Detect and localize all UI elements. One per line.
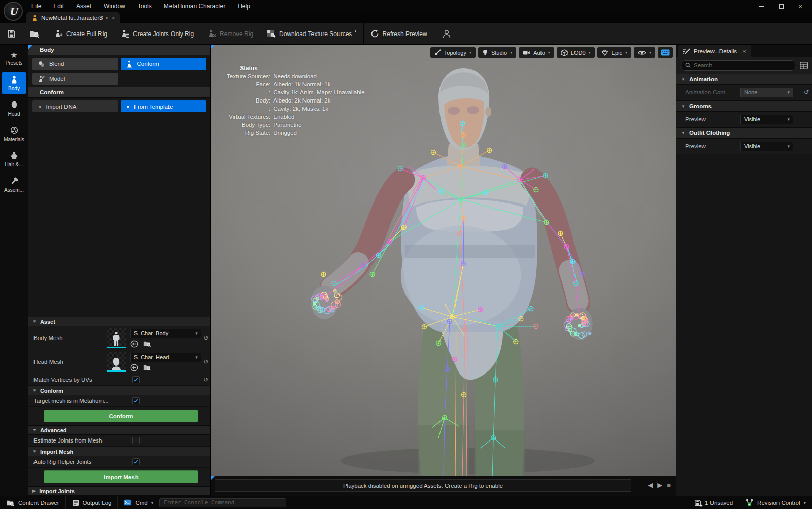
maximize-button[interactable]	[772, 1, 790, 11]
camera-auto-dropdown[interactable]: Auto ▾	[519, 47, 554, 58]
estimate-joints-checkbox[interactable]	[132, 437, 140, 444]
search-input[interactable]	[694, 62, 792, 69]
use-selected-asset-icon[interactable]	[130, 364, 138, 371]
reset-icon[interactable]: ↺	[801, 89, 812, 96]
menu-window[interactable]: Window	[98, 1, 130, 12]
conform-mode-button[interactable]: Conform	[121, 58, 207, 70]
preview-details-tab[interactable]: Preview...Details ×	[678, 45, 751, 57]
reset-icon[interactable]: ↺	[201, 334, 210, 342]
model-mode-button[interactable]: Model	[32, 73, 118, 85]
console-command-input[interactable]	[159, 498, 286, 507]
blend-mode-button[interactable]: Blend	[32, 58, 118, 70]
head-mesh-thumbnail[interactable]	[107, 352, 126, 372]
sidebar-item-materials[interactable]: Materials	[2, 122, 26, 145]
unreal-engine-logo-icon[interactable]: U	[4, 2, 23, 21]
head-mesh-controls: S_Char_Head ▾	[130, 353, 201, 371]
viewport-corner-marker	[211, 45, 215, 49]
advanced-section-header[interactable]: ▼ Advanced	[28, 425, 210, 435]
grooms-preview-select[interactable]: Visible ▾	[740, 115, 793, 124]
reset-icon[interactable]: ↺	[201, 358, 210, 365]
check-icon: ✓	[133, 398, 138, 404]
reset-icon[interactable]: ↺	[201, 376, 210, 383]
materials-icon	[10, 126, 19, 135]
body-mesh-select[interactable]: S_Char_Body ▾	[130, 329, 201, 338]
animation-controller-select[interactable]: None ▾	[740, 88, 793, 97]
tab-close-icon[interactable]: ×	[112, 15, 115, 21]
create-joints-only-rig-button[interactable]: Create Joints Only Rig	[114, 23, 200, 45]
outfit-preview-select[interactable]: Visible ▾	[740, 142, 793, 151]
auto-rig-helper-joints-checkbox[interactable]: ✓	[132, 458, 140, 465]
asset-section-header[interactable]: ▼ Asset	[28, 317, 210, 326]
browse-to-asset-icon[interactable]	[143, 364, 151, 371]
cmd-selector[interactable]: Cmd ▾	[118, 496, 159, 509]
browse-to-asset-button[interactable]	[23, 23, 47, 45]
grooms-section-header[interactable]: ▼ Grooms	[676, 100, 812, 112]
output-log-button[interactable]: Output Log	[66, 496, 118, 509]
hammer-icon	[10, 177, 19, 186]
head-mesh-select[interactable]: S_Char_Head ▾	[130, 353, 201, 362]
import-mesh-section-header[interactable]: ▼ Import Mesh	[28, 447, 210, 456]
sidebar-item-assemble[interactable]: Assem...	[2, 173, 26, 196]
refresh-preview-button[interactable]: Refresh Preview	[364, 23, 434, 45]
use-selected-asset-icon[interactable]	[130, 340, 138, 348]
auto-rig-helper-joints-label: Auto Rig Helper Joints	[28, 459, 132, 465]
menu-asset[interactable]: Asset	[71, 1, 96, 12]
play-icon[interactable]: ▶	[657, 481, 662, 489]
match-vertices-checkbox[interactable]: ✓	[132, 376, 140, 383]
import-dna-option[interactable]: ● Import DNA	[32, 100, 118, 112]
content-drawer-button[interactable]: Content Drawer	[0, 496, 65, 509]
grooms-preview-row: Preview Visible ▾	[676, 112, 812, 127]
menu-file[interactable]: File	[26, 1, 46, 12]
menu-tools[interactable]: Tools	[132, 1, 157, 12]
body-mesh-thumbnail[interactable]	[107, 328, 126, 348]
unsaved-changes-button[interactable]: ★ 1 Unsaved	[688, 496, 739, 509]
tab-close-icon[interactable]: ×	[742, 48, 746, 54]
menu-metahuman-character[interactable]: MetaHuman Character	[159, 1, 230, 12]
keyboard-shortcuts-button[interactable]	[658, 47, 673, 58]
import-mesh-button[interactable]: Import Mesh	[44, 470, 198, 483]
browse-to-asset-icon[interactable]	[143, 340, 151, 347]
animation-section-header[interactable]: ▼ Animation	[676, 74, 812, 85]
menu-edit[interactable]: Edit	[48, 1, 69, 12]
import-joints-section-header[interactable]: ▶ Import Joints	[28, 486, 210, 496]
sidebar-item-body[interactable]: Body	[2, 72, 26, 94]
details-pencil-icon	[683, 48, 690, 54]
details-view-options-icon[interactable]	[800, 62, 808, 69]
conform-button-row: Conform	[28, 407, 210, 425]
chevron-down-icon: ▾	[191, 355, 198, 360]
body-mode-switcher: Blend Conform Model	[28, 55, 210, 86]
document-tab[interactable]: NewMetaHu...haracter3 • ×	[26, 12, 120, 23]
show-flags-dropdown[interactable]: ▾	[634, 47, 655, 58]
preview-avatar-button[interactable]	[434, 23, 459, 45]
title-bar: U File Edit Asset Window Tools MetaHuman…	[0, 0, 812, 12]
menu-help[interactable]: Help	[232, 1, 255, 12]
stop-icon[interactable]: ■	[667, 481, 671, 489]
main-toolbar: Create Full Rig Create Joints Only Rig R…	[0, 23, 812, 45]
save-button[interactable]	[0, 23, 23, 45]
viewport-3d[interactable]: Status Texture Sources:Needs download Fa…	[211, 45, 676, 476]
create-full-rig-button[interactable]: Create Full Rig	[47, 23, 114, 45]
search-box[interactable]	[681, 60, 796, 71]
from-template-option[interactable]: ● From Template	[121, 100, 207, 112]
previous-frame-icon[interactable]: ◀	[648, 481, 653, 489]
outfit-clothing-section-header[interactable]: ▼ Outfit Clothing	[676, 127, 812, 139]
conform-button[interactable]: Conform	[44, 410, 198, 422]
head-icon	[10, 100, 19, 110]
topology-dropdown[interactable]: Topology ▾	[430, 47, 476, 58]
lighting-studio-dropdown[interactable]: Studio ▾	[478, 47, 516, 58]
sidebar-item-presets[interactable]: ★ Presets	[2, 48, 26, 69]
conform-section-header[interactable]: ▼ Conform	[28, 386, 210, 395]
revision-control-button[interactable]: Revision Control ▾	[739, 496, 812, 509]
download-texture-sources-button[interactable]: Download Texture Sources *	[260, 23, 363, 45]
sidebar-item-head[interactable]: Head	[2, 97, 26, 120]
remove-rig-button[interactable]: Remove Rig	[200, 23, 260, 45]
target-mesh-checkbox[interactable]: ✓	[132, 397, 140, 404]
sidebar-item-hair-clothing[interactable]: Hair &...	[2, 148, 26, 171]
minimize-button[interactable]	[753, 1, 770, 11]
radio-icon: ●	[39, 104, 41, 109]
quality-epic-dropdown[interactable]: Epic ▾	[597, 47, 631, 58]
lod-dropdown[interactable]: LOD0 ▾	[557, 47, 595, 58]
close-button[interactable]: ×	[792, 1, 809, 11]
chevron-down-icon: ▾	[589, 50, 591, 55]
import-mesh-button-row: Import Mesh	[28, 468, 210, 486]
